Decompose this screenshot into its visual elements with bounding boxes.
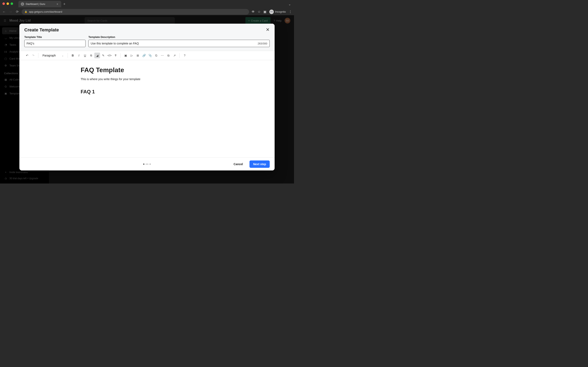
clear-format-button[interactable]: T [113, 53, 118, 58]
style-dropdown-label: Paragraph [43, 54, 56, 57]
app-root: ☰ Mood Joy Ltd Search for Cards + Create… [0, 16, 294, 184]
cancel-button[interactable]: Cancel [230, 160, 247, 168]
tab-overflow-icon[interactable]: ⌄ [288, 2, 291, 6]
redo-button[interactable]: ↷ [30, 53, 36, 58]
tab-title: Dashboard | Guru [26, 3, 54, 6]
close-tab-icon[interactable]: × [56, 3, 59, 6]
next-step-button[interactable]: Next step [250, 160, 270, 168]
tab-favicon-icon: G [21, 2, 24, 6]
incognito-label: Incognito [275, 10, 286, 13]
step-line [144, 164, 146, 164]
url-field[interactable]: 🔒 app.getguru.com/dashboard [22, 9, 249, 15]
maximize-window-button[interactable] [11, 2, 13, 5]
guru-card-button[interactable]: G [153, 53, 159, 58]
editor-toolbar: ↶ ↷ Paragraph ⌄ B I U S ◢ ✎ </> T ▣ ▷ ⊞ [19, 51, 275, 60]
create-template-modal: Create Template ✕ Template Title Templat… [19, 24, 275, 170]
forward-button[interactable]: → [9, 10, 13, 14]
new-tab-button[interactable]: + [63, 2, 66, 6]
desc-label: Template Description [88, 35, 270, 39]
modal-header: Create Template ✕ [19, 24, 275, 33]
browser-tab-bar: G Dashboard | Guru × + ⌄ [0, 0, 294, 8]
incognito-badge[interactable]: 👓 Incognito [269, 9, 286, 14]
minimize-window-button[interactable] [7, 2, 9, 5]
browser-tab[interactable]: G Dashboard | Guru × [18, 1, 61, 7]
editor-subheading: FAQ 1 [81, 89, 213, 95]
toolbar-separator [121, 53, 121, 58]
modal-footer: Cancel Next step [19, 157, 275, 170]
code-button[interactable]: </> [107, 53, 112, 58]
toolbar-separator [38, 53, 38, 58]
block-button[interactable]: ⧉ [165, 53, 171, 58]
template-title-input[interactable] [24, 40, 86, 47]
editor-heading: FAQ Template [81, 66, 213, 74]
panel-icon[interactable]: ▣ [263, 10, 267, 14]
browser-action-icons: 👁 ☆ ▣ 👓 Incognito ⋮ [251, 9, 292, 14]
title-field-group: Template Title [24, 35, 86, 47]
star-icon[interactable]: ☆ [258, 10, 260, 14]
undo-button[interactable]: ↶ [24, 53, 30, 58]
reload-button[interactable]: ⟳ [15, 10, 19, 14]
char-count: 263/300 [258, 42, 267, 45]
italic-button[interactable]: I [76, 53, 82, 58]
toolbar-separator [68, 53, 68, 58]
modal-form: Template Title Template Description 263/… [19, 33, 275, 51]
chevron-down-icon: ⌄ [62, 54, 63, 57]
paragraph-style-dropdown[interactable]: Paragraph ⌄ [40, 54, 66, 57]
strikethrough-button[interactable]: S [88, 53, 94, 58]
divider-button[interactable]: ⋯ [159, 53, 165, 58]
editor-body[interactable]: FAQ Template This is where you write thi… [19, 60, 275, 157]
step-line [148, 164, 150, 164]
close-window-button[interactable] [2, 2, 5, 5]
help-button[interactable]: ? [182, 53, 187, 58]
progress-stepper [143, 164, 151, 165]
url-text: app.getguru.com/dashboard [29, 10, 62, 13]
editor-paragraph: This is where you write things for your … [81, 77, 213, 81]
window-controls [2, 2, 13, 5]
modal-title: Create Template [24, 27, 270, 33]
bold-button[interactable]: B [70, 53, 76, 58]
browser-url-bar: ← → ⟳ 🔒 app.getguru.com/dashboard 👁 ☆ ▣ … [0, 8, 294, 16]
close-modal-button[interactable]: ✕ [265, 27, 270, 33]
iframe-button[interactable]: ↗ [172, 53, 177, 58]
kebab-menu-icon[interactable]: ⋮ [289, 10, 292, 14]
desc-field-group: Template Description 263/300 [88, 35, 270, 47]
highlight-button[interactable]: ◢ [94, 53, 100, 58]
back-button[interactable]: ← [2, 10, 6, 14]
underline-button[interactable]: U [82, 53, 88, 58]
text-color-button[interactable]: ✎ [100, 53, 106, 58]
table-button[interactable]: ⊞ [135, 53, 141, 58]
step-dot-3 [150, 164, 151, 165]
image-button[interactable]: ▣ [123, 53, 129, 58]
title-label: Template Title [24, 35, 86, 39]
link-button[interactable]: 🔗 [141, 53, 147, 58]
eye-off-icon[interactable]: 👁 [251, 10, 255, 14]
incognito-icon: 👓 [269, 9, 274, 14]
lock-icon: 🔒 [25, 10, 27, 13]
video-button[interactable]: ▷ [129, 53, 135, 58]
modal-overlay: Create Template ✕ Template Title Templat… [0, 16, 294, 184]
attachment-button[interactable]: 📎 [147, 53, 153, 58]
template-description-input[interactable] [88, 40, 270, 47]
